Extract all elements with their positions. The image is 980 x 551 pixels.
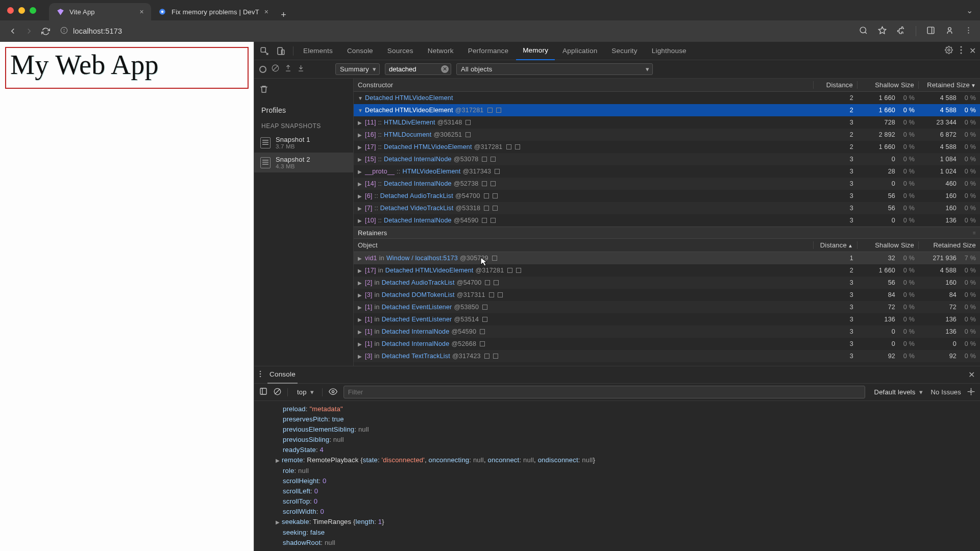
col-retained[interactable]: Retained Size▼ — [919, 81, 980, 89]
col-distance[interactable]: Distance▲ — [814, 241, 857, 249]
console-line[interactable]: previousSibling: null — [283, 435, 980, 445]
settings-icon[interactable] — [945, 46, 953, 56]
window-close-button[interactable] — [7, 7, 14, 14]
col-object[interactable]: Object — [354, 241, 814, 249]
console-line[interactable]: scrollLeft: 0 — [283, 486, 980, 496]
constructor-row[interactable]: ▶ __proto__ :: HTMLVideoElement @317343 … — [354, 165, 980, 178]
col-constructor[interactable]: Constructor — [354, 81, 814, 89]
constructor-row[interactable]: ▶ [14] :: Detached InternalNode @52738 3… — [354, 178, 980, 190]
console-line[interactable]: scrollTop: 0 — [283, 496, 980, 507]
tab-security[interactable]: Security — [605, 42, 644, 60]
constructor-row[interactable]: ▶ [16] :: HTMLDocument @306251 22 8920 %… — [354, 129, 980, 141]
console-line[interactable]: preload: "metadata" — [283, 404, 980, 414]
device-toggle-icon[interactable] — [275, 45, 287, 57]
extensions-icon[interactable] — [897, 26, 905, 37]
browser-tab-vite[interactable]: Vite App × — [49, 3, 151, 20]
tab-performance[interactable]: Performance — [461, 42, 515, 60]
col-shallow[interactable]: Shallow Size — [857, 241, 919, 249]
window-maximize-button[interactable] — [30, 7, 36, 14]
clear-console-icon[interactable] — [274, 388, 281, 397]
download-icon[interactable] — [297, 64, 305, 74]
constructor-row[interactable]: ▶ [15] :: Detached InternalNode @53078 3… — [354, 153, 980, 165]
console-sidebar-icon[interactable] — [259, 387, 267, 397]
more-icon[interactable] — [960, 46, 962, 56]
drawer-tab-console[interactable]: Console — [267, 366, 298, 384]
back-button[interactable] — [7, 26, 18, 37]
constructor-row[interactable]: ▶ [10] :: Detached InternalNode @54590 3… — [354, 214, 980, 227]
constructor-row[interactable]: ▶ [11] :: HTMLDivElement @53148 37280 %2… — [354, 116, 980, 129]
upload-icon[interactable] — [284, 64, 292, 74]
inspect-element-icon[interactable] — [258, 45, 271, 57]
retainer-row[interactable]: ▶ [17] in Detached HTMLVideoElement @317… — [354, 264, 980, 277]
profile-icon[interactable] — [945, 26, 954, 37]
constructor-row[interactable]: ▶ [7] :: Detached VideoTrackList @53318 … — [354, 202, 980, 214]
retainer-row[interactable]: ▶ [3] in Detached TextTrackList @317423 … — [354, 350, 980, 362]
tab-sources[interactable]: Sources — [381, 42, 420, 60]
retainer-row[interactable]: ▶ vid1 in Window / localhost:5173 @30572… — [354, 252, 980, 264]
grip-icon[interactable]: ≡ — [973, 230, 976, 236]
clear-filter-icon[interactable]: ✕ — [441, 65, 449, 73]
console-line[interactable]: role: null — [283, 466, 980, 476]
snapshot-item[interactable]: Snapshot 2 4.3 MB — [254, 153, 353, 172]
col-distance[interactable]: Distance — [814, 81, 857, 89]
tab-memory[interactable]: Memory — [516, 42, 555, 60]
col-retained[interactable]: Retained Size — [919, 241, 980, 249]
retainer-row[interactable]: ▶ [2] in Detached AudioTrackList @54700 … — [354, 277, 980, 289]
retainer-row[interactable]: ▶ [1] in Detached EventListener @53850 3… — [354, 301, 980, 313]
close-drawer-icon[interactable]: ✕ — [968, 370, 975, 380]
issues-label[interactable]: No Issues — [930, 388, 961, 396]
context-select[interactable]: top — [294, 387, 316, 397]
forward-button[interactable] — [23, 26, 35, 37]
tab-application[interactable]: Application — [556, 42, 604, 60]
site-info-icon[interactable] — [60, 27, 68, 36]
console-line[interactable]: readyState: 4 — [283, 445, 980, 455]
drawer-menu-icon[interactable] — [259, 370, 261, 380]
live-expression-icon[interactable] — [329, 387, 337, 397]
close-icon[interactable]: × — [140, 8, 144, 16]
console-line[interactable]: preservesPitch: true — [283, 414, 980, 424]
retainer-row[interactable]: ▶ [3] in Detached DOMTokenList @317311 3… — [354, 289, 980, 301]
tab-network[interactable]: Network — [421, 42, 460, 60]
console-filter-input[interactable] — [344, 386, 865, 398]
close-devtools-icon[interactable]: ✕ — [969, 46, 976, 56]
retainer-row[interactable]: ▶ [1] in Detached InternalNode @54590 30… — [354, 325, 980, 338]
constructors-header[interactable]: Constructor Distance Shallow Size Retain… — [354, 79, 980, 92]
constructor-row[interactable]: ▼ Detached HTMLVideoElement @317281 21 6… — [354, 104, 980, 116]
constructor-row[interactable]: ▼ Detached HTMLVideoElement21 6600 %4 58… — [354, 92, 980, 104]
console-line[interactable]: scrollWidth: 0 — [283, 507, 980, 517]
retainer-row[interactable]: ▶ [1] in Detached InternalNode @52668 30… — [354, 338, 980, 350]
console-line[interactable]: previousElementSibling: null — [283, 424, 980, 435]
record-button[interactable] — [259, 66, 266, 73]
tab-lighthouse[interactable]: Lighthouse — [645, 42, 693, 60]
browser-tab-docs[interactable]: Fix memory problems | DevT × — [151, 3, 276, 20]
retainers-header[interactable]: Object Distance▲ Shallow Size Retained S… — [354, 239, 980, 252]
address-input[interactable]: localhost:5173 — [56, 27, 854, 36]
reload-button[interactable] — [40, 26, 51, 37]
clear-icon[interactable] — [272, 64, 279, 74]
console-line[interactable]: shadowRoot: null — [283, 538, 980, 548]
tab-console[interactable]: Console — [340, 42, 380, 60]
gc-icon[interactable] — [259, 85, 271, 96]
snapshot-item[interactable]: Snapshot 1 3.7 MB — [254, 133, 353, 153]
retainer-row[interactable]: ▶ [1] in Detached EventListener @53514 3… — [354, 313, 980, 325]
chevron-down-icon[interactable]: ⌄ — [966, 6, 980, 15]
close-icon[interactable]: × — [264, 8, 268, 16]
scope-select[interactable]: All objects — [456, 63, 653, 75]
log-levels-select[interactable]: Default levels — [871, 387, 925, 397]
console-line[interactable]: ▶remote: RemotePlayback {state: 'disconn… — [283, 455, 980, 466]
tab-elements[interactable]: Elements — [297, 42, 339, 60]
sidebar-toggle-icon[interactable] — [926, 26, 935, 37]
window-minimize-button[interactable] — [18, 7, 25, 14]
bookmark-icon[interactable] — [878, 26, 887, 37]
menu-icon[interactable] — [964, 26, 973, 37]
constructor-row[interactable]: ▶ [17] :: Detached HTMLVideoElement @317… — [354, 141, 980, 153]
console-line[interactable]: scrollHeight: 0 — [283, 476, 980, 486]
console-line[interactable]: ▶seekable: TimeRanges {length: 1} — [283, 517, 980, 528]
constructor-row[interactable]: ▶ [6] :: Detached AudioTrackList @54700 … — [354, 190, 980, 202]
console-line[interactable]: seeking: false — [283, 528, 980, 538]
view-select[interactable]: Summary — [335, 63, 380, 75]
col-shallow[interactable]: Shallow Size — [857, 81, 919, 89]
zoom-icon[interactable] — [859, 26, 868, 37]
new-tab-button[interactable]: + — [276, 10, 291, 20]
console-settings-icon[interactable] — [967, 388, 975, 397]
